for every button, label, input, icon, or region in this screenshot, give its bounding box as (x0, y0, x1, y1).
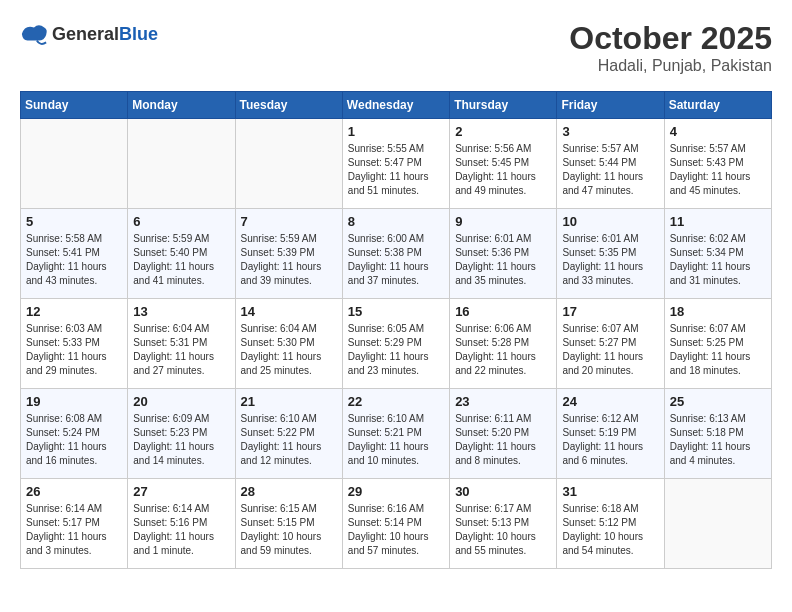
day-info: Sunrise: 5:59 AM Sunset: 5:40 PM Dayligh… (133, 232, 229, 288)
weekday-header-saturday: Saturday (664, 92, 771, 119)
day-info: Sunrise: 6:06 AM Sunset: 5:28 PM Dayligh… (455, 322, 551, 378)
day-info: Sunrise: 6:13 AM Sunset: 5:18 PM Dayligh… (670, 412, 766, 468)
day-number: 13 (133, 304, 229, 319)
weekday-header-row: SundayMondayTuesdayWednesdayThursdayFrid… (21, 92, 772, 119)
calendar-cell (664, 479, 771, 569)
day-info: Sunrise: 5:57 AM Sunset: 5:43 PM Dayligh… (670, 142, 766, 198)
calendar-cell: 13Sunrise: 6:04 AM Sunset: 5:31 PM Dayli… (128, 299, 235, 389)
calendar-cell: 31Sunrise: 6:18 AM Sunset: 5:12 PM Dayli… (557, 479, 664, 569)
calendar-week-row: 12Sunrise: 6:03 AM Sunset: 5:33 PM Dayli… (21, 299, 772, 389)
calendar-cell: 7Sunrise: 5:59 AM Sunset: 5:39 PM Daylig… (235, 209, 342, 299)
calendar-cell: 1Sunrise: 5:55 AM Sunset: 5:47 PM Daylig… (342, 119, 449, 209)
day-number: 18 (670, 304, 766, 319)
day-info: Sunrise: 6:10 AM Sunset: 5:21 PM Dayligh… (348, 412, 444, 468)
day-number: 29 (348, 484, 444, 499)
calendar-cell: 9Sunrise: 6:01 AM Sunset: 5:36 PM Daylig… (450, 209, 557, 299)
logo-icon (20, 20, 48, 48)
calendar-cell: 11Sunrise: 6:02 AM Sunset: 5:34 PM Dayli… (664, 209, 771, 299)
weekday-header-sunday: Sunday (21, 92, 128, 119)
day-number: 7 (241, 214, 337, 229)
day-number: 24 (562, 394, 658, 409)
day-info: Sunrise: 6:01 AM Sunset: 5:36 PM Dayligh… (455, 232, 551, 288)
calendar-cell: 3Sunrise: 5:57 AM Sunset: 5:44 PM Daylig… (557, 119, 664, 209)
logo-text-blue: Blue (119, 24, 158, 44)
calendar-cell (235, 119, 342, 209)
calendar-cell: 4Sunrise: 5:57 AM Sunset: 5:43 PM Daylig… (664, 119, 771, 209)
calendar-cell (128, 119, 235, 209)
day-info: Sunrise: 6:14 AM Sunset: 5:17 PM Dayligh… (26, 502, 122, 558)
day-number: 5 (26, 214, 122, 229)
calendar: SundayMondayTuesdayWednesdayThursdayFrid… (20, 91, 772, 569)
day-info: Sunrise: 6:00 AM Sunset: 5:38 PM Dayligh… (348, 232, 444, 288)
day-info: Sunrise: 5:55 AM Sunset: 5:47 PM Dayligh… (348, 142, 444, 198)
day-info: Sunrise: 5:59 AM Sunset: 5:39 PM Dayligh… (241, 232, 337, 288)
day-number: 15 (348, 304, 444, 319)
calendar-cell: 18Sunrise: 6:07 AM Sunset: 5:25 PM Dayli… (664, 299, 771, 389)
day-number: 19 (26, 394, 122, 409)
day-number: 26 (26, 484, 122, 499)
calendar-cell: 22Sunrise: 6:10 AM Sunset: 5:21 PM Dayli… (342, 389, 449, 479)
day-info: Sunrise: 6:04 AM Sunset: 5:31 PM Dayligh… (133, 322, 229, 378)
day-info: Sunrise: 5:56 AM Sunset: 5:45 PM Dayligh… (455, 142, 551, 198)
day-info: Sunrise: 6:15 AM Sunset: 5:15 PM Dayligh… (241, 502, 337, 558)
calendar-week-row: 26Sunrise: 6:14 AM Sunset: 5:17 PM Dayli… (21, 479, 772, 569)
calendar-cell: 6Sunrise: 5:59 AM Sunset: 5:40 PM Daylig… (128, 209, 235, 299)
day-number: 10 (562, 214, 658, 229)
day-number: 12 (26, 304, 122, 319)
title-section: October 2025 Hadali, Punjab, Pakistan (569, 20, 772, 75)
day-info: Sunrise: 6:02 AM Sunset: 5:34 PM Dayligh… (670, 232, 766, 288)
day-info: Sunrise: 6:12 AM Sunset: 5:19 PM Dayligh… (562, 412, 658, 468)
calendar-cell: 8Sunrise: 6:00 AM Sunset: 5:38 PM Daylig… (342, 209, 449, 299)
header: GeneralBlue October 2025 Hadali, Punjab,… (20, 20, 772, 75)
month-title: October 2025 (569, 20, 772, 57)
day-number: 30 (455, 484, 551, 499)
day-number: 2 (455, 124, 551, 139)
day-info: Sunrise: 6:14 AM Sunset: 5:16 PM Dayligh… (133, 502, 229, 558)
calendar-cell: 21Sunrise: 6:10 AM Sunset: 5:22 PM Dayli… (235, 389, 342, 479)
calendar-cell: 2Sunrise: 5:56 AM Sunset: 5:45 PM Daylig… (450, 119, 557, 209)
day-info: Sunrise: 6:03 AM Sunset: 5:33 PM Dayligh… (26, 322, 122, 378)
day-info: Sunrise: 6:07 AM Sunset: 5:27 PM Dayligh… (562, 322, 658, 378)
calendar-cell: 19Sunrise: 6:08 AM Sunset: 5:24 PM Dayli… (21, 389, 128, 479)
day-number: 31 (562, 484, 658, 499)
calendar-week-row: 5Sunrise: 5:58 AM Sunset: 5:41 PM Daylig… (21, 209, 772, 299)
day-info: Sunrise: 6:08 AM Sunset: 5:24 PM Dayligh… (26, 412, 122, 468)
day-number: 27 (133, 484, 229, 499)
day-info: Sunrise: 6:04 AM Sunset: 5:30 PM Dayligh… (241, 322, 337, 378)
day-info: Sunrise: 6:10 AM Sunset: 5:22 PM Dayligh… (241, 412, 337, 468)
day-number: 11 (670, 214, 766, 229)
day-number: 14 (241, 304, 337, 319)
day-number: 3 (562, 124, 658, 139)
calendar-cell: 24Sunrise: 6:12 AM Sunset: 5:19 PM Dayli… (557, 389, 664, 479)
calendar-cell: 15Sunrise: 6:05 AM Sunset: 5:29 PM Dayli… (342, 299, 449, 389)
logo: GeneralBlue (20, 20, 158, 48)
day-number: 28 (241, 484, 337, 499)
day-info: Sunrise: 6:17 AM Sunset: 5:13 PM Dayligh… (455, 502, 551, 558)
calendar-cell: 14Sunrise: 6:04 AM Sunset: 5:30 PM Dayli… (235, 299, 342, 389)
day-info: Sunrise: 6:09 AM Sunset: 5:23 PM Dayligh… (133, 412, 229, 468)
day-number: 25 (670, 394, 766, 409)
day-info: Sunrise: 6:07 AM Sunset: 5:25 PM Dayligh… (670, 322, 766, 378)
calendar-cell (21, 119, 128, 209)
day-number: 23 (455, 394, 551, 409)
calendar-week-row: 19Sunrise: 6:08 AM Sunset: 5:24 PM Dayli… (21, 389, 772, 479)
weekday-header-wednesday: Wednesday (342, 92, 449, 119)
day-info: Sunrise: 6:18 AM Sunset: 5:12 PM Dayligh… (562, 502, 658, 558)
calendar-cell: 27Sunrise: 6:14 AM Sunset: 5:16 PM Dayli… (128, 479, 235, 569)
calendar-cell: 16Sunrise: 6:06 AM Sunset: 5:28 PM Dayli… (450, 299, 557, 389)
day-info: Sunrise: 6:11 AM Sunset: 5:20 PM Dayligh… (455, 412, 551, 468)
calendar-cell: 17Sunrise: 6:07 AM Sunset: 5:27 PM Dayli… (557, 299, 664, 389)
calendar-cell: 5Sunrise: 5:58 AM Sunset: 5:41 PM Daylig… (21, 209, 128, 299)
day-info: Sunrise: 5:58 AM Sunset: 5:41 PM Dayligh… (26, 232, 122, 288)
day-number: 8 (348, 214, 444, 229)
calendar-cell: 23Sunrise: 6:11 AM Sunset: 5:20 PM Dayli… (450, 389, 557, 479)
weekday-header-monday: Monday (128, 92, 235, 119)
day-info: Sunrise: 6:05 AM Sunset: 5:29 PM Dayligh… (348, 322, 444, 378)
day-number: 6 (133, 214, 229, 229)
calendar-cell: 12Sunrise: 6:03 AM Sunset: 5:33 PM Dayli… (21, 299, 128, 389)
weekday-header-tuesday: Tuesday (235, 92, 342, 119)
day-number: 1 (348, 124, 444, 139)
day-number: 20 (133, 394, 229, 409)
calendar-week-row: 1Sunrise: 5:55 AM Sunset: 5:47 PM Daylig… (21, 119, 772, 209)
day-info: Sunrise: 6:16 AM Sunset: 5:14 PM Dayligh… (348, 502, 444, 558)
